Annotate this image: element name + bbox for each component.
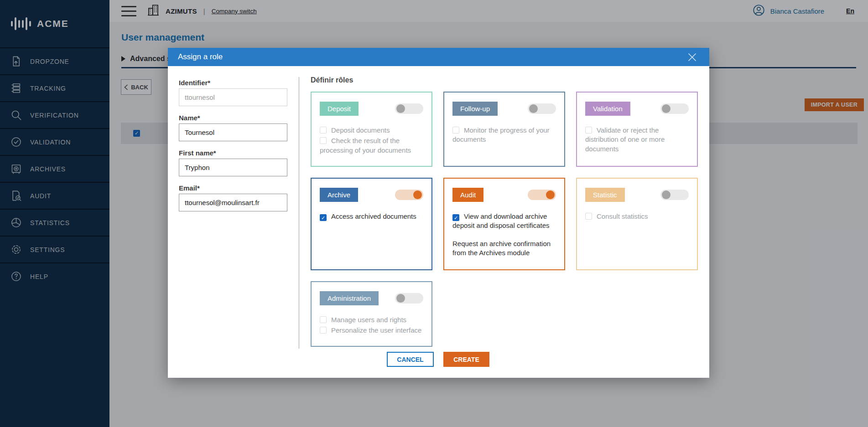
role-badge: Audit <box>452 188 483 202</box>
role-badge: Validation <box>585 102 630 116</box>
checkbox-checked[interactable] <box>320 214 327 221</box>
role-badge: Administration <box>320 291 379 305</box>
role-badge: Archive <box>320 188 358 202</box>
close-icon[interactable] <box>688 53 696 62</box>
role-badge: Follow-up <box>452 102 498 116</box>
cancel-button[interactable]: CANCEL <box>387 352 434 367</box>
toggle-knob <box>546 190 555 199</box>
modal-title: Assign a role <box>178 52 223 62</box>
role-note: Request an archive confirmation from the… <box>452 239 556 258</box>
toggle-knob <box>396 104 405 113</box>
modal-actions: CANCEL CREATE <box>387 352 489 367</box>
checkbox-unchecked[interactable] <box>320 316 327 323</box>
name-field[interactable] <box>179 123 287 141</box>
role-card-deposit: Deposit Deposit documents Check the resu… <box>311 92 432 167</box>
role-card-validation: Validation Validate or reject the distri… <box>576 92 698 167</box>
permission-label: Check the result of the processing of yo… <box>320 137 411 154</box>
role-toggle-off[interactable] <box>395 103 423 114</box>
permission-item[interactable]: Manage users and rights <box>320 315 423 324</box>
role-card-audit: Audit View and download archive deposit … <box>443 178 565 270</box>
checkbox-unchecked[interactable] <box>320 127 327 134</box>
permission-label: Monitor the progress of your documents <box>452 126 550 143</box>
roles-grid: Deposit Deposit documents Check the resu… <box>311 92 698 347</box>
roles-section-title: Définir rôles <box>311 76 353 84</box>
permission-label: Personalize the user interface <box>331 326 421 334</box>
checkbox-checked[interactable] <box>452 214 459 221</box>
role-toggle-on[interactable] <box>528 190 556 200</box>
name-label: Name* <box>179 114 288 122</box>
permission-item[interactable]: Deposit documents <box>320 126 423 135</box>
checkbox-unchecked[interactable] <box>320 327 327 334</box>
email-field[interactable] <box>179 194 287 211</box>
permission-item[interactable]: Access archived documents <box>320 212 423 221</box>
role-toggle-off[interactable] <box>660 190 689 200</box>
checkbox-unchecked[interactable] <box>452 127 459 134</box>
checkbox-unchecked[interactable] <box>585 127 592 134</box>
permission-item[interactable]: Personalize the user interface <box>320 326 423 335</box>
role-badge: Statistic <box>585 188 625 202</box>
permission-label: View and download archive deposit and di… <box>452 212 550 229</box>
permission-label: Access archived documents <box>331 212 416 220</box>
user-form: Identifier* Name* First name* Email* <box>179 79 288 219</box>
permission-item[interactable]: View and download archive deposit and di… <box>452 212 556 231</box>
assign-role-modal: Assign a role Identifier* Name* First na… <box>168 48 709 378</box>
section-divider <box>299 77 299 349</box>
role-toggle-off[interactable] <box>528 103 556 114</box>
role-card-administration: Administration Manage users and rights P… <box>311 281 432 347</box>
role-card-archive: Archive Access archived documents <box>311 178 432 270</box>
permission-item[interactable]: Consult statistics <box>585 212 689 221</box>
toggle-knob <box>662 104 670 113</box>
toggle-knob <box>413 190 422 199</box>
permission-label: Manage users and rights <box>331 316 406 324</box>
permission-label: Validate or reject the distribution of o… <box>585 126 665 153</box>
permission-item[interactable]: Check the result of the processing of yo… <box>320 136 423 155</box>
role-card-statistic: Statistic Consult statistics <box>576 178 698 270</box>
identifier-label: Identifier* <box>179 79 288 87</box>
checkbox-unchecked[interactable] <box>585 213 592 220</box>
role-toggle-off[interactable] <box>395 293 423 304</box>
role-card-follow-up: Follow-up Monitor the progress of your d… <box>443 92 565 167</box>
permission-label: Deposit documents <box>331 126 390 134</box>
first-name-field[interactable] <box>179 159 287 176</box>
permission-label: Consult statistics <box>597 212 648 220</box>
checkbox-unchecked[interactable] <box>320 137 327 144</box>
identifier-field[interactable] <box>179 88 287 106</box>
toggle-knob <box>529 104 538 113</box>
role-toggle-on[interactable] <box>395 190 423 200</box>
first-name-label: First name* <box>179 149 288 157</box>
create-button[interactable]: CREATE <box>443 352 489 367</box>
role-toggle-off[interactable] <box>660 103 689 114</box>
toggle-knob <box>396 294 405 303</box>
email-label: Email* <box>179 184 288 192</box>
toggle-knob <box>662 190 670 199</box>
role-badge: Deposit <box>320 102 359 116</box>
permission-item[interactable]: Validate or reject the distribution of o… <box>585 126 689 154</box>
permission-item[interactable]: Monitor the progress of your documents <box>452 126 556 144</box>
modal-header: Assign a role <box>168 48 709 66</box>
